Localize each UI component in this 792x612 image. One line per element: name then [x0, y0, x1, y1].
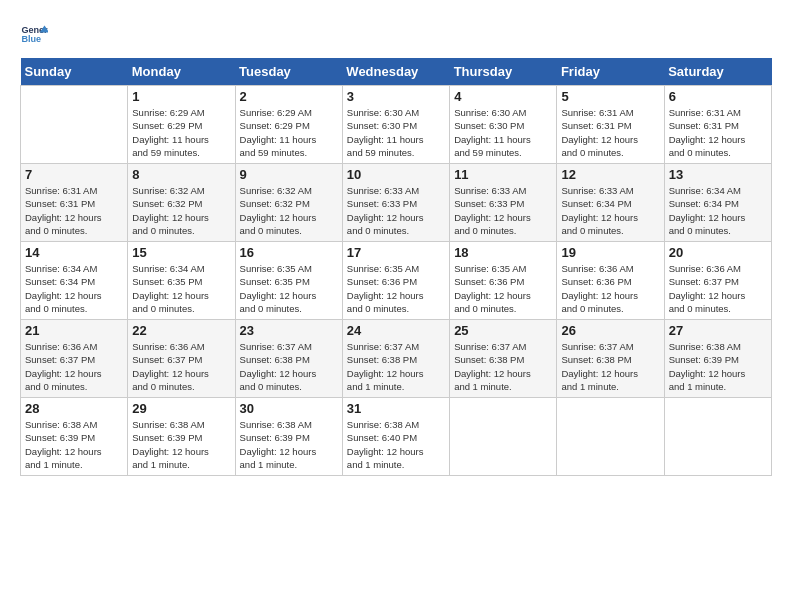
calendar-cell: 28Sunrise: 6:38 AM Sunset: 6:39 PM Dayli… — [21, 398, 128, 476]
day-info: Sunrise: 6:33 AM Sunset: 6:33 PM Dayligh… — [347, 184, 445, 237]
day-number: 16 — [240, 245, 338, 260]
day-number: 6 — [669, 89, 767, 104]
calendar-cell: 30Sunrise: 6:38 AM Sunset: 6:39 PM Dayli… — [235, 398, 342, 476]
day-number: 21 — [25, 323, 123, 338]
col-header-sunday: Sunday — [21, 58, 128, 86]
day-info: Sunrise: 6:34 AM Sunset: 6:34 PM Dayligh… — [669, 184, 767, 237]
day-number: 12 — [561, 167, 659, 182]
calendar-cell: 8Sunrise: 6:32 AM Sunset: 6:32 PM Daylig… — [128, 164, 235, 242]
day-info: Sunrise: 6:36 AM Sunset: 6:36 PM Dayligh… — [561, 262, 659, 315]
day-info: Sunrise: 6:32 AM Sunset: 6:32 PM Dayligh… — [132, 184, 230, 237]
day-number: 25 — [454, 323, 552, 338]
calendar-cell: 15Sunrise: 6:34 AM Sunset: 6:35 PM Dayli… — [128, 242, 235, 320]
day-info: Sunrise: 6:29 AM Sunset: 6:29 PM Dayligh… — [132, 106, 230, 159]
calendar-cell: 19Sunrise: 6:36 AM Sunset: 6:36 PM Dayli… — [557, 242, 664, 320]
day-number: 13 — [669, 167, 767, 182]
week-row-4: 21Sunrise: 6:36 AM Sunset: 6:37 PM Dayli… — [21, 320, 772, 398]
col-header-monday: Monday — [128, 58, 235, 86]
week-row-3: 14Sunrise: 6:34 AM Sunset: 6:34 PM Dayli… — [21, 242, 772, 320]
calendar-cell: 10Sunrise: 6:33 AM Sunset: 6:33 PM Dayli… — [342, 164, 449, 242]
col-header-tuesday: Tuesday — [235, 58, 342, 86]
day-number: 2 — [240, 89, 338, 104]
calendar-cell: 14Sunrise: 6:34 AM Sunset: 6:34 PM Dayli… — [21, 242, 128, 320]
week-row-1: 1Sunrise: 6:29 AM Sunset: 6:29 PM Daylig… — [21, 86, 772, 164]
calendar-cell: 20Sunrise: 6:36 AM Sunset: 6:37 PM Dayli… — [664, 242, 771, 320]
calendar-cell: 26Sunrise: 6:37 AM Sunset: 6:38 PM Dayli… — [557, 320, 664, 398]
week-row-2: 7Sunrise: 6:31 AM Sunset: 6:31 PM Daylig… — [21, 164, 772, 242]
day-number: 15 — [132, 245, 230, 260]
calendar-cell: 21Sunrise: 6:36 AM Sunset: 6:37 PM Dayli… — [21, 320, 128, 398]
col-header-saturday: Saturday — [664, 58, 771, 86]
calendar-cell — [21, 86, 128, 164]
col-header-friday: Friday — [557, 58, 664, 86]
col-header-wednesday: Wednesday — [342, 58, 449, 86]
calendar-cell: 18Sunrise: 6:35 AM Sunset: 6:36 PM Dayli… — [450, 242, 557, 320]
day-info: Sunrise: 6:37 AM Sunset: 6:38 PM Dayligh… — [454, 340, 552, 393]
day-number: 22 — [132, 323, 230, 338]
day-number: 27 — [669, 323, 767, 338]
logo: General Blue — [20, 20, 52, 48]
day-info: Sunrise: 6:37 AM Sunset: 6:38 PM Dayligh… — [240, 340, 338, 393]
calendar-cell: 9Sunrise: 6:32 AM Sunset: 6:32 PM Daylig… — [235, 164, 342, 242]
day-info: Sunrise: 6:31 AM Sunset: 6:31 PM Dayligh… — [561, 106, 659, 159]
day-number: 11 — [454, 167, 552, 182]
calendar-cell: 1Sunrise: 6:29 AM Sunset: 6:29 PM Daylig… — [128, 86, 235, 164]
calendar-cell: 12Sunrise: 6:33 AM Sunset: 6:34 PM Dayli… — [557, 164, 664, 242]
calendar-cell: 31Sunrise: 6:38 AM Sunset: 6:40 PM Dayli… — [342, 398, 449, 476]
calendar-cell: 2Sunrise: 6:29 AM Sunset: 6:29 PM Daylig… — [235, 86, 342, 164]
day-info: Sunrise: 6:34 AM Sunset: 6:35 PM Dayligh… — [132, 262, 230, 315]
day-info: Sunrise: 6:38 AM Sunset: 6:39 PM Dayligh… — [240, 418, 338, 471]
day-number: 5 — [561, 89, 659, 104]
day-number: 17 — [347, 245, 445, 260]
day-info: Sunrise: 6:38 AM Sunset: 6:39 PM Dayligh… — [25, 418, 123, 471]
calendar-cell: 29Sunrise: 6:38 AM Sunset: 6:39 PM Dayli… — [128, 398, 235, 476]
calendar-cell: 6Sunrise: 6:31 AM Sunset: 6:31 PM Daylig… — [664, 86, 771, 164]
day-number: 20 — [669, 245, 767, 260]
day-number: 10 — [347, 167, 445, 182]
page: General Blue SundayMondayTuesdayWednesda… — [0, 0, 792, 486]
day-number: 9 — [240, 167, 338, 182]
day-info: Sunrise: 6:30 AM Sunset: 6:30 PM Dayligh… — [454, 106, 552, 159]
day-info: Sunrise: 6:35 AM Sunset: 6:36 PM Dayligh… — [347, 262, 445, 315]
calendar-cell: 27Sunrise: 6:38 AM Sunset: 6:39 PM Dayli… — [664, 320, 771, 398]
day-info: Sunrise: 6:38 AM Sunset: 6:39 PM Dayligh… — [669, 340, 767, 393]
day-number: 19 — [561, 245, 659, 260]
svg-text:Blue: Blue — [21, 34, 41, 44]
day-info: Sunrise: 6:31 AM Sunset: 6:31 PM Dayligh… — [669, 106, 767, 159]
logo-icon: General Blue — [20, 20, 48, 48]
day-info: Sunrise: 6:35 AM Sunset: 6:35 PM Dayligh… — [240, 262, 338, 315]
day-info: Sunrise: 6:38 AM Sunset: 6:40 PM Dayligh… — [347, 418, 445, 471]
day-info: Sunrise: 6:31 AM Sunset: 6:31 PM Dayligh… — [25, 184, 123, 237]
header-row: SundayMondayTuesdayWednesdayThursdayFrid… — [21, 58, 772, 86]
day-number: 8 — [132, 167, 230, 182]
day-number: 24 — [347, 323, 445, 338]
day-number: 1 — [132, 89, 230, 104]
day-info: Sunrise: 6:37 AM Sunset: 6:38 PM Dayligh… — [561, 340, 659, 393]
calendar-cell: 22Sunrise: 6:36 AM Sunset: 6:37 PM Dayli… — [128, 320, 235, 398]
day-info: Sunrise: 6:36 AM Sunset: 6:37 PM Dayligh… — [132, 340, 230, 393]
calendar-cell: 5Sunrise: 6:31 AM Sunset: 6:31 PM Daylig… — [557, 86, 664, 164]
calendar-cell: 17Sunrise: 6:35 AM Sunset: 6:36 PM Dayli… — [342, 242, 449, 320]
calendar-cell — [664, 398, 771, 476]
calendar-cell: 13Sunrise: 6:34 AM Sunset: 6:34 PM Dayli… — [664, 164, 771, 242]
day-info: Sunrise: 6:37 AM Sunset: 6:38 PM Dayligh… — [347, 340, 445, 393]
day-number: 23 — [240, 323, 338, 338]
day-number: 4 — [454, 89, 552, 104]
day-number: 30 — [240, 401, 338, 416]
calendar-cell: 24Sunrise: 6:37 AM Sunset: 6:38 PM Dayli… — [342, 320, 449, 398]
day-info: Sunrise: 6:36 AM Sunset: 6:37 PM Dayligh… — [25, 340, 123, 393]
day-number: 28 — [25, 401, 123, 416]
day-info: Sunrise: 6:38 AM Sunset: 6:39 PM Dayligh… — [132, 418, 230, 471]
day-info: Sunrise: 6:29 AM Sunset: 6:29 PM Dayligh… — [240, 106, 338, 159]
day-info: Sunrise: 6:36 AM Sunset: 6:37 PM Dayligh… — [669, 262, 767, 315]
day-number: 18 — [454, 245, 552, 260]
day-info: Sunrise: 6:33 AM Sunset: 6:34 PM Dayligh… — [561, 184, 659, 237]
day-number: 31 — [347, 401, 445, 416]
day-number: 14 — [25, 245, 123, 260]
day-info: Sunrise: 6:30 AM Sunset: 6:30 PM Dayligh… — [347, 106, 445, 159]
calendar-cell — [557, 398, 664, 476]
day-info: Sunrise: 6:32 AM Sunset: 6:32 PM Dayligh… — [240, 184, 338, 237]
day-info: Sunrise: 6:34 AM Sunset: 6:34 PM Dayligh… — [25, 262, 123, 315]
day-number: 26 — [561, 323, 659, 338]
calendar-cell: 4Sunrise: 6:30 AM Sunset: 6:30 PM Daylig… — [450, 86, 557, 164]
